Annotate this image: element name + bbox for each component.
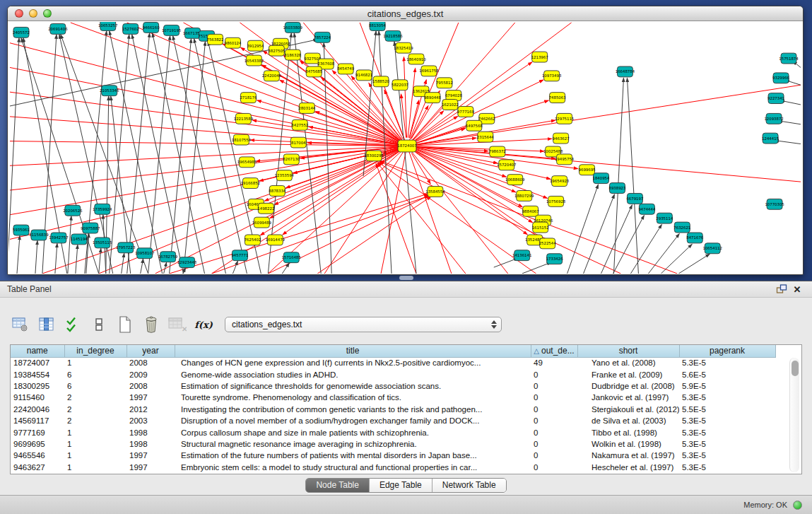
table-cell[interactable]: 0: [531, 426, 577, 438]
network-node[interactable]: 8267130: [283, 154, 300, 165]
network-node[interactable]: 16099489: [252, 217, 272, 228]
network-node[interactable]: 9466160: [143, 22, 160, 33]
table-cell[interactable]: Embryonic stem cells: a model to study s…: [175, 462, 531, 473]
network-node[interactable]: 12353594: [275, 170, 295, 181]
network-node[interactable]: 16961758: [419, 66, 439, 76]
table-cell[interactable]: 2012: [126, 404, 175, 415]
network-node[interactable]: 13584554: [425, 187, 445, 197]
network-node[interactable]: 9860124: [224, 37, 242, 48]
table-cell[interactable]: 5.3E-5: [679, 450, 775, 461]
network-node[interactable]: 7625402: [244, 235, 261, 245]
row-options-icon[interactable]: [90, 315, 108, 334]
network-node[interactable]: 1615152: [532, 222, 549, 233]
table-cell[interactable]: 18724007: [11, 357, 64, 368]
table-cell[interactable]: Tibbo et al. (1998): [577, 426, 679, 438]
network-node[interactable]: 6679197: [626, 193, 643, 204]
table-cell[interactable]: 22420046: [11, 404, 64, 415]
table-cell[interactable]: Wolkin et al. (1998): [577, 438, 679, 450]
network-node[interactable]: 12923448: [177, 257, 197, 268]
table-row[interactable]: 1938455462009Genome-wide association stu…: [11, 368, 775, 380]
network-node[interactable]: 15716485: [282, 252, 301, 263]
network-node[interactable]: 9474444: [638, 204, 656, 214]
tab-edge-table[interactable]: Edge Table: [370, 479, 433, 492]
network-node[interactable]: 7563822: [207, 34, 224, 45]
table-cell[interactable]: 6: [64, 380, 126, 392]
network-node[interactable]: 1527602: [122, 23, 139, 34]
network-node[interactable]: 17359924: [93, 204, 112, 214]
table-cell[interactable]: 9465546: [11, 450, 64, 461]
divider-grip[interactable]: [399, 276, 413, 280]
network-node[interactable]: 16543382: [245, 55, 264, 66]
table-cell[interactable]: 0: [531, 438, 577, 450]
network-node[interactable]: 9463627: [553, 133, 570, 144]
network-node[interactable]: 9146821: [355, 70, 372, 81]
network-node[interactable]: 20691406: [48, 23, 68, 34]
table-cell[interactable]: 5.3E-5: [679, 357, 775, 368]
network-node[interactable]: 3475685: [305, 66, 322, 77]
network-node[interactable]: 11156839: [29, 230, 49, 240]
table-cell[interactable]: Tourette syndrome. Phenomenology and cla…: [175, 392, 531, 403]
table-selector-dropdown[interactable]: citations_edges.txt: [225, 317, 502, 332]
network-node[interactable]: 10653257: [98, 22, 117, 30]
new-table-icon[interactable]: [116, 315, 134, 334]
network-node[interactable]: 13505115: [93, 238, 112, 248]
tab-node-table[interactable]: Node Table: [306, 479, 370, 492]
close-panel-icon[interactable]: ✕: [789, 283, 805, 296]
table-cell[interactable]: Franke et al. (2009): [577, 368, 679, 380]
table-cell[interactable]: 2: [64, 404, 126, 415]
network-node[interactable]: 10770305: [765, 199, 784, 209]
table-vertical-scrollbar[interactable]: [789, 358, 799, 472]
select-attributes-icon[interactable]: [64, 315, 82, 334]
table-row[interactable]: 911546021997Tourette syndrome. Phenomeno…: [11, 392, 775, 403]
network-node[interactable]: 1733426: [546, 254, 564, 264]
network-node[interactable]: 2935114: [656, 213, 673, 223]
table-cell[interactable]: 9463627: [11, 462, 64, 473]
network-node[interactable]: 3912954: [247, 40, 264, 51]
network-node[interactable]: 9884067: [522, 206, 539, 216]
network-node[interactable]: 18107554: [232, 134, 252, 145]
table-row[interactable]: 969969511998Structural magnetic resonanc…: [11, 438, 775, 450]
network-node[interactable]: 5822037: [392, 80, 408, 90]
table-cell[interactable]: 1: [64, 462, 126, 473]
network-node[interactable]: 16648784: [616, 66, 635, 77]
network-node[interactable]: 1498222: [257, 203, 274, 214]
table-cell[interactable]: 1: [64, 438, 126, 450]
table-cell[interactable]: 5.3E-5: [679, 415, 775, 426]
table-cell[interactable]: 9115460: [11, 392, 64, 403]
table-cell[interactable]: Stergiakouli et al. (2012): [577, 404, 679, 415]
network-node[interactable]: 20206526: [63, 205, 83, 216]
network-canvas[interactable]: 2405572206914061065325715276029466160107…: [8, 22, 802, 274]
table-cell[interactable]: 6: [64, 368, 126, 380]
network-node[interactable]: 19166852: [241, 178, 260, 189]
delete-attribute-icon[interactable]: [142, 315, 160, 334]
table-cell[interactable]: 9777169: [11, 426, 64, 438]
network-node[interactable]: 90975887: [81, 223, 100, 233]
network-node[interactable]: 16782759: [158, 252, 178, 262]
network-node[interactable]: 2803144: [298, 103, 316, 114]
column-header-out_de[interactable]: △out_de...: [531, 345, 577, 357]
network-node[interactable]: 10688609: [505, 175, 525, 185]
table-cell[interactable]: 2008: [126, 357, 175, 368]
column-header-title[interactable]: title: [175, 345, 531, 357]
table-cell[interactable]: 49: [531, 357, 577, 368]
table-row[interactable]: 946554611997Estimation of the future num…: [11, 450, 775, 461]
column-header-year[interactable]: year: [126, 345, 175, 357]
network-node[interactable]: 12093872: [764, 113, 783, 124]
table-row[interactable]: 1830029562008Estimation of significance …: [11, 380, 775, 392]
network-node[interactable]: 18325419: [394, 42, 413, 53]
network-node[interactable]: 9457771: [231, 250, 248, 261]
network-node[interactable]: 13942757: [49, 233, 68, 243]
table-row[interactable]: 946362711997Embryonic stem cells: a mode…: [11, 462, 775, 473]
network-node[interactable]: 2522544: [539, 238, 557, 249]
table-cell[interactable]: 0: [531, 404, 577, 415]
network-node[interactable]: 18807299: [514, 190, 534, 201]
table-cell[interactable]: 2003: [126, 415, 175, 426]
table-settings-icon[interactable]: [11, 315, 30, 334]
table-row[interactable]: 977716911998Corpus callosum shape and si…: [11, 426, 775, 438]
table-cell[interactable]: 0: [531, 368, 577, 380]
table-cell[interactable]: Structural magnetic resonance image aver…: [175, 438, 531, 450]
network-node[interactable]: 10958107: [135, 248, 154, 259]
table-cell[interactable]: Estimation of the future numbers of pati…: [175, 450, 531, 461]
network-node[interactable]: 3827505: [268, 45, 285, 56]
table-cell[interactable]: Jankovic et al. (1997): [577, 392, 679, 403]
